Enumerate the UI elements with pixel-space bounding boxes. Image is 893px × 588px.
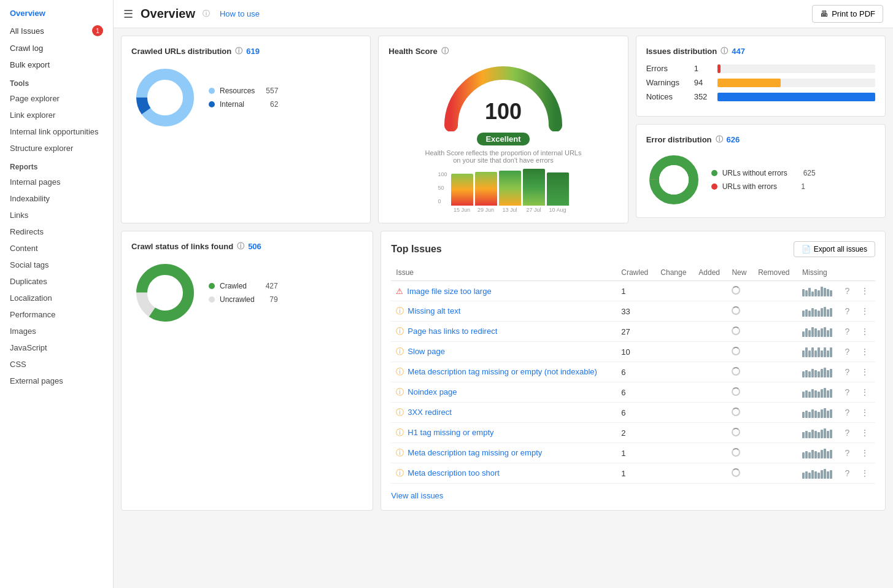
sidebar-item-internal-pages[interactable]: Internal pages	[0, 174, 113, 190]
sidebar-item-overview[interactable]: Overview	[0, 5, 113, 21]
crawled-urls-info-icon[interactable]: ⓘ	[235, 46, 242, 56]
sparkbar-col	[814, 370, 817, 377]
sparkbar-col	[830, 470, 832, 479]
sparkbar-col	[827, 471, 829, 479]
sidebar-item-javascript[interactable]: JavaScript	[0, 339, 113, 356]
header-info-icon[interactable]: ⓘ	[203, 9, 210, 19]
sidebar-item-redirects[interactable]: Redirects	[0, 223, 113, 240]
sparkbar-col	[821, 409, 823, 418]
sparkbar-col	[821, 450, 823, 458]
sidebar-item-localization[interactable]: Localization	[0, 290, 113, 306]
sidebar-item-performance[interactable]: Performance	[0, 306, 113, 323]
issue-label[interactable]: H1 tag missing or empty	[408, 428, 493, 437]
sidebar-item-social-tags[interactable]: Social tags	[0, 257, 113, 273]
sparkbar-col	[827, 431, 829, 438]
issue-label[interactable]: Slow page	[408, 347, 445, 356]
sidebar: Overview All Issues 1 Crawl log Bulk exp…	[0, 0, 114, 588]
help-icon[interactable]: ?	[845, 408, 850, 417]
sidebar-item-bulk-export[interactable]: Bulk export	[0, 56, 113, 73]
sidebar-item-content[interactable]: Content	[0, 240, 113, 257]
sidebar-item-duplicates[interactable]: Duplicates	[0, 273, 113, 290]
issue-label[interactable]: Noindex page	[408, 387, 457, 397]
sparkbar-col	[802, 331, 805, 337]
crawl-status-total: 506	[248, 242, 261, 251]
more-icon[interactable]: ⋮	[860, 428, 869, 438]
error-dist-info-icon[interactable]: ⓘ	[716, 134, 723, 145]
help-icon[interactable]: ?	[845, 468, 850, 478]
more-icon[interactable]: ⋮	[860, 408, 869, 417]
sparkbar-col	[818, 392, 820, 398]
sidebar-item-all-issues[interactable]: All Issues 1	[0, 21, 113, 40]
sparkbar-col	[821, 287, 823, 296]
more-icon[interactable]: ⋮	[860, 387, 869, 397]
help-icon[interactable]: ?	[845, 428, 850, 438]
issues-dist-info-icon[interactable]: ⓘ	[721, 46, 728, 56]
issue-label[interactable]: Missing alt text	[408, 306, 460, 315]
sparkbar-col	[818, 473, 820, 479]
sparkbar-col	[802, 350, 805, 357]
export-all-issues-button[interactable]: 📄 Export all issues	[794, 241, 875, 257]
svg-text:100: 100	[485, 99, 522, 124]
how-to-use-link[interactable]: How to use	[220, 9, 260, 18]
help-icon[interactable]: ?	[845, 448, 850, 458]
sparkbar-col	[818, 452, 820, 458]
issue-label[interactable]: Image file size too large	[407, 287, 491, 296]
sparkbar-col	[811, 389, 814, 398]
sparkbar-col	[814, 431, 817, 438]
more-icon[interactable]: ⋮	[860, 468, 869, 478]
sidebar-item-page-explorer[interactable]: Page explorer	[0, 90, 113, 107]
sidebar-item-images[interactable]: Images	[0, 323, 113, 339]
table-row: ⓘPage has links to redirect 27 ? ⋮	[391, 322, 875, 342]
help-icon[interactable]: ?	[845, 286, 850, 296]
hamburger-icon[interactable]: ☰	[123, 7, 133, 21]
issue-label[interactable]: Meta description tag missing or empty	[408, 448, 542, 457]
sparkbar-col	[811, 308, 814, 317]
crawled-urls-card: Crawled URLs distribution ⓘ 619	[121, 36, 371, 223]
sparkbar-col	[811, 470, 814, 479]
help-icon[interactable]: ?	[845, 306, 850, 316]
help-icon[interactable]: ?	[845, 327, 850, 336]
health-score-info-icon[interactable]: ⓘ	[441, 46, 449, 56]
issue-label[interactable]: 3XX redirect	[408, 408, 452, 417]
more-icon[interactable]: ⋮	[860, 306, 869, 316]
crawled-urls-total: 619	[246, 47, 260, 56]
sidebar-item-indexability[interactable]: Indexability	[0, 190, 113, 207]
sidebar-item-structure-explorer[interactable]: Structure explorer	[0, 140, 113, 157]
sidebar-item-link-explorer[interactable]: Link explorer	[0, 107, 113, 123]
issue-label[interactable]: Meta description tag missing or empty (n…	[408, 367, 597, 376]
sidebar-item-internal-link-opp[interactable]: Internal link opportunities	[0, 123, 113, 140]
warning-icon: ⓘ	[396, 468, 404, 478]
sidebar-item-css[interactable]: CSS	[0, 356, 113, 373]
page-title: Overview	[141, 7, 195, 21]
help-icon[interactable]: ?	[845, 367, 850, 377]
resources-dot	[209, 88, 215, 94]
help-icon[interactable]: ?	[845, 387, 850, 397]
sparkbar-col	[824, 327, 826, 337]
sidebar-item-crawl-log[interactable]: Crawl log	[0, 40, 113, 56]
sparkbar-col	[808, 330, 811, 337]
more-icon[interactable]: ⋮	[860, 367, 869, 377]
issue-label[interactable]: Meta description too short	[408, 468, 500, 478]
tools-section-label: Tools	[0, 73, 113, 90]
print-button[interactable]: 🖶 Print to PDF	[812, 5, 883, 23]
sparkbar-col	[824, 408, 826, 418]
sidebar-item-links[interactable]: Links	[0, 207, 113, 223]
sparkbar-col	[827, 289, 829, 296]
sparkbar-col	[802, 432, 805, 438]
view-all-issues-link[interactable]: View all issues	[391, 491, 443, 500]
top-issues-title: Top Issues	[391, 244, 441, 255]
more-icon[interactable]: ⋮	[860, 327, 869, 336]
error-dist-legend: URLs without errors 625 URLs with errors…	[711, 169, 816, 191]
table-row: ⓘNoindex page 6 ? ⋮	[391, 382, 875, 403]
warning-icon: ⓘ	[396, 306, 404, 315]
more-icon[interactable]: ⋮	[860, 286, 869, 296]
crawl-status-info-icon[interactable]: ⓘ	[237, 241, 244, 252]
help-icon[interactable]: ?	[845, 347, 850, 357]
table-row: ⓘMeta description tag missing or empty 1…	[391, 443, 875, 463]
sidebar-item-external-pages[interactable]: External pages	[0, 373, 113, 389]
sparkbar-col	[802, 371, 805, 377]
more-icon[interactable]: ⋮	[860, 448, 869, 458]
more-icon[interactable]: ⋮	[860, 347, 869, 357]
sparkbar-col	[802, 392, 805, 398]
issue-label[interactable]: Page has links to redirect	[408, 327, 497, 336]
